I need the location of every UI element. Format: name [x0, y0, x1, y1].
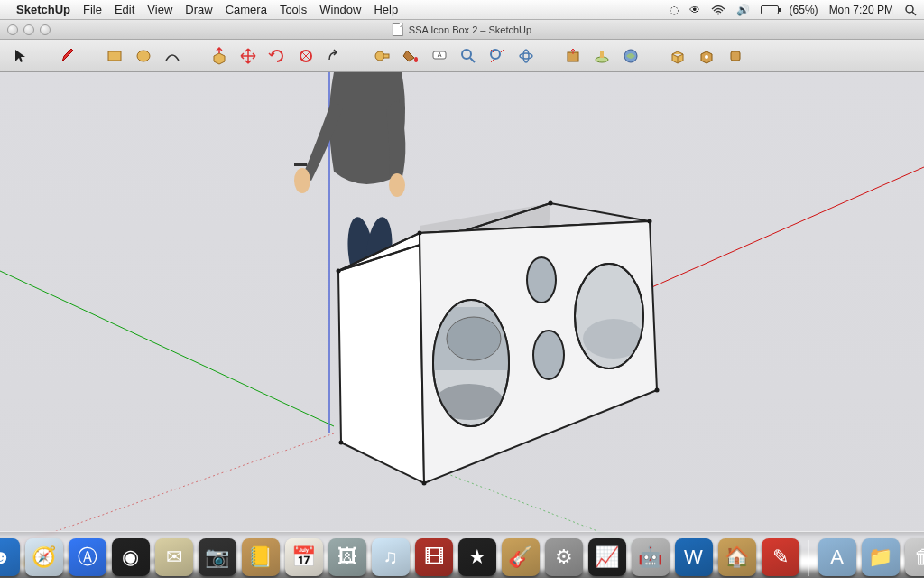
svg-point-48	[549, 201, 553, 206]
dock-safari[interactable]: 🧭	[25, 538, 63, 576]
menu-window[interactable]: Window	[319, 3, 361, 16]
scale-tool[interactable]	[294, 44, 318, 68]
push-pull-tool[interactable]	[208, 44, 231, 68]
menu-edit[interactable]: Edit	[115, 3, 134, 16]
dock-automator[interactable]: 🤖	[632, 538, 670, 576]
dock-garageband[interactable]: 🎸	[502, 538, 540, 576]
dock-address-book[interactable]: 📒	[242, 538, 280, 576]
box-model	[0, 72, 924, 551]
svg-point-0	[717, 13, 719, 14]
menu-camera[interactable]: Camera	[226, 3, 267, 16]
svg-rect-3	[108, 51, 121, 61]
dock-mail[interactable]: ✉	[155, 538, 193, 576]
menu-extra-sync-icon[interactable]: 👁	[689, 4, 700, 16]
macos-dock: ☻🧭Ⓐ◉✉📷📒📅🖼♫🎞★🎸⚙📈🤖W🏠✎A📁🗑	[0, 531, 924, 578]
dock-app-store[interactable]: Ⓐ	[69, 538, 106, 576]
spotlight-icon[interactable]	[904, 4, 917, 16]
svg-point-8	[414, 57, 418, 62]
macos-menubar: SketchUp File Edit View Draw Camera Tool…	[0, 0, 924, 20]
svg-point-11	[462, 50, 471, 59]
select-tool[interactable]	[9, 44, 32, 68]
rectangle-tool[interactable]	[103, 44, 126, 68]
svg-rect-21	[731, 51, 740, 61]
tape-measure-tool[interactable]	[370, 44, 393, 68]
dock-separator	[808, 540, 809, 576]
svg-point-52	[655, 388, 660, 393]
zoom-extents-tool[interactable]	[485, 44, 509, 68]
svg-point-50	[339, 441, 344, 445]
dock-applications-folder[interactable]: A	[818, 538, 856, 576]
menu-file[interactable]: File	[83, 3, 102, 16]
svg-line-12	[470, 58, 475, 62]
svg-point-40	[447, 317, 501, 360]
svg-point-46	[337, 269, 341, 274]
toolbar: A	[0, 40, 924, 72]
offset-tool[interactable]	[323, 44, 346, 68]
warehouse-tool[interactable]	[619, 44, 642, 68]
svg-point-49	[648, 219, 652, 224]
zoom-tool[interactable]	[457, 44, 480, 68]
window-title: SSA Icon Box 2 – SketchUp	[409, 24, 531, 35]
dock-photo-booth[interactable]: 🎞	[415, 538, 453, 576]
svg-point-4	[137, 51, 150, 61]
svg-point-1	[906, 5, 913, 13]
svg-point-15	[523, 50, 529, 62]
place-model-tool[interactable]	[590, 44, 614, 68]
battery-indicator[interactable]	[761, 5, 779, 14]
minimize-button[interactable]	[23, 24, 34, 35]
close-button[interactable]	[7, 24, 18, 35]
ext-tool-2[interactable]	[695, 44, 718, 68]
move-tool[interactable]	[236, 44, 260, 68]
svg-text:A: A	[438, 51, 442, 58]
dock-dashboard[interactable]: ◉	[112, 538, 150, 576]
window-titlebar[interactable]: SSA Icon Box 2 – SketchUp	[0, 20, 924, 40]
app-menu[interactable]: SketchUp	[16, 3, 70, 16]
paint-bucket-tool[interactable]	[399, 44, 422, 68]
svg-rect-7	[383, 54, 389, 58]
svg-point-51	[422, 481, 427, 486]
battery-percent: (65%)	[790, 4, 818, 16]
model-viewport[interactable]	[0, 72, 924, 551]
dock-system-preferences[interactable]: ⚙	[545, 538, 583, 576]
dock-word[interactable]: W	[675, 538, 713, 576]
dock-documents-folder[interactable]: 📁	[862, 538, 900, 576]
svg-point-47	[418, 231, 422, 236]
svg-point-36	[527, 257, 556, 303]
menu-draw[interactable]: Draw	[185, 3, 212, 16]
geo-tool[interactable]	[561, 44, 585, 68]
wifi-icon[interactable]	[711, 5, 725, 15]
svg-point-37	[533, 331, 564, 379]
dock-activity-monitor[interactable]: 📈	[588, 538, 626, 576]
ext-box-tool[interactable]	[666, 44, 689, 68]
menu-tools[interactable]: Tools	[280, 3, 307, 16]
pencil-tool[interactable]	[56, 44, 79, 68]
dock-finder[interactable]: ☻	[0, 538, 20, 576]
orbit-tool[interactable]	[514, 44, 538, 68]
dock-trash[interactable]: 🗑	[905, 538, 925, 576]
menu-help[interactable]: Help	[374, 3, 398, 16]
menu-view[interactable]: View	[147, 3, 172, 16]
arc-tool[interactable]	[161, 44, 184, 68]
svg-rect-18	[600, 51, 604, 58]
dock-preview[interactable]: 🖼	[328, 538, 366, 576]
dock-imovie[interactable]: ★	[458, 538, 496, 576]
menu-extra-icon[interactable]: ◌	[670, 4, 679, 16]
ext-tool-3[interactable]	[724, 44, 747, 68]
document-icon	[393, 23, 403, 36]
svg-point-20	[705, 55, 708, 59]
svg-point-14	[520, 53, 532, 59]
svg-line-2	[912, 12, 916, 15]
text-tool[interactable]: A	[428, 44, 451, 68]
circle-tool[interactable]	[132, 44, 155, 68]
clock[interactable]: Mon 7:20 PM	[829, 4, 893, 16]
rotate-tool[interactable]	[265, 44, 289, 68]
zoom-button[interactable]	[40, 24, 51, 35]
dock-ical[interactable]: 📅	[285, 538, 323, 576]
dock-itunes[interactable]: ♫	[372, 538, 410, 576]
dock-sketchup[interactable]: 🏠	[718, 538, 756, 576]
dock-app-red[interactable]: ✎	[762, 538, 799, 576]
volume-icon[interactable]: 🔊	[736, 4, 750, 16]
dock-iphoto[interactable]: 📷	[199, 538, 236, 576]
